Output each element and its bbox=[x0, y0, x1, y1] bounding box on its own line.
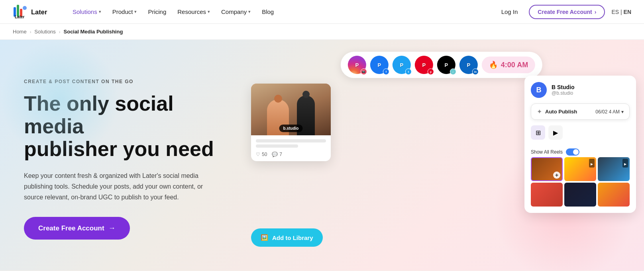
heart-icon: ♡ bbox=[256, 152, 260, 157]
hero-left: CREATE & POST CONTENT ON THE GO The only… bbox=[0, 40, 239, 271]
add-library-label: Add to Library bbox=[272, 234, 313, 241]
breadcrumb-current: Social Media Publishing bbox=[64, 29, 123, 35]
breadcrumb: Home › Solutions › Social Media Publishi… bbox=[0, 24, 644, 40]
nav-blog[interactable]: Blog bbox=[257, 5, 279, 18]
auto-publish-badge[interactable]: ✦ Auto Publish 06/02 4 AM ▾ bbox=[531, 103, 630, 120]
nav-pricing-label: Pricing bbox=[148, 8, 166, 15]
video-icon: ▶ bbox=[624, 162, 626, 166]
create-account-button-hero[interactable]: Create Free Account → bbox=[24, 217, 130, 240]
nav-right: Log In Create Free Account › ES | EN bbox=[497, 5, 631, 19]
time-pill: 🔥 4:00 AM bbox=[482, 57, 535, 73]
post-card-body: ♡ 50 💬 7 bbox=[251, 135, 331, 161]
post-line-1 bbox=[256, 139, 326, 142]
nav-resources[interactable]: Resources ▾ bbox=[173, 5, 215, 18]
add-icon: + bbox=[553, 172, 560, 179]
lang-es[interactable]: ES bbox=[611, 9, 619, 15]
cta-hero-label: Create Free Account bbox=[38, 224, 104, 232]
arrow-right-icon: → bbox=[108, 224, 116, 232]
breadcrumb-home[interactable]: Home bbox=[13, 29, 27, 35]
create-account-button-nav[interactable]: Create Free Account › bbox=[529, 5, 605, 19]
twitter-badge: t bbox=[405, 68, 412, 75]
chevron-down-icon: ▾ bbox=[99, 9, 101, 14]
grid-thumb-2[interactable]: ▶ bbox=[564, 157, 596, 181]
hero-right: P 📷 P f P t P p P ♪ P in bbox=[239, 40, 644, 271]
show-reels-label: Show All Reels bbox=[531, 149, 563, 155]
svg-text:Later: Later bbox=[31, 8, 47, 16]
facebook-badge: f bbox=[383, 68, 389, 75]
logo[interactable]: Later Later bbox=[13, 4, 55, 20]
hero-description: Keep your content fresh & organized with… bbox=[24, 170, 215, 203]
publish-date: 06/02 4 AM ▾ bbox=[595, 109, 624, 115]
hero-title-line1: The only social media bbox=[24, 92, 174, 138]
grid-thumb-6[interactable] bbox=[598, 183, 630, 207]
nav-blog-label: Blog bbox=[262, 8, 274, 15]
grid-thumb-4[interactable] bbox=[531, 183, 563, 207]
show-reels-toggle[interactable] bbox=[566, 148, 579, 156]
media-grid: + ▶ ▶ bbox=[531, 157, 630, 207]
scheduled-time: 4:00 AM bbox=[501, 61, 528, 69]
social-icon-tiktok[interactable]: P ♪ bbox=[437, 56, 456, 74]
login-button[interactable]: Log In bbox=[497, 5, 523, 18]
grid-thumb-5[interactable] bbox=[564, 183, 596, 207]
arrow-right-icon: › bbox=[595, 9, 597, 15]
comments-count: 7 bbox=[279, 152, 282, 157]
video-view-tab[interactable]: ▶ bbox=[548, 125, 563, 140]
likes-stat: ♡ 50 bbox=[256, 152, 267, 157]
chevron-down-icon: ▾ bbox=[248, 9, 251, 14]
hero-title: The only social media publisher you need bbox=[24, 92, 215, 161]
nav-product[interactable]: Product ▾ bbox=[108, 5, 142, 18]
nav-solutions-label: Solutions bbox=[73, 8, 97, 15]
nav-company-label: Company bbox=[221, 8, 247, 15]
publish-date-value: 06/02 4 AM bbox=[595, 109, 620, 115]
svg-text:Later: Later bbox=[15, 15, 25, 19]
lang-en[interactable]: EN bbox=[624, 9, 631, 15]
hero-title-line2: publisher you need bbox=[24, 137, 214, 160]
video-icon: ▶ bbox=[591, 162, 593, 166]
post-label: b.studio bbox=[279, 125, 303, 132]
chevron-down-icon: ▾ bbox=[208, 9, 210, 14]
social-icon-twitter[interactable]: P t bbox=[393, 56, 411, 74]
language-switcher: ES | EN bbox=[611, 9, 631, 15]
show-reels-row: Show All Reels bbox=[531, 145, 630, 157]
add-to-library-button[interactable]: 🖼️ Add to Library bbox=[251, 228, 323, 247]
auto-publish-label: Auto Publish bbox=[545, 109, 577, 115]
nav-resources-label: Resources bbox=[177, 8, 206, 15]
social-icon-facebook[interactable]: P f bbox=[370, 56, 389, 74]
tiktok-badge: ♪ bbox=[450, 68, 456, 75]
library-icon: 🖼️ bbox=[261, 234, 268, 241]
grid-thumb-1[interactable]: + bbox=[531, 157, 563, 181]
navbar: Later Later Solutions ▾ Product ▾ Pricin… bbox=[0, 0, 644, 24]
pinterest-badge: p bbox=[428, 68, 434, 75]
publisher-handle: @b.studio bbox=[552, 90, 575, 96]
social-icon-linkedin[interactable]: P in bbox=[459, 56, 478, 74]
instagram-badge: 📷 bbox=[361, 68, 367, 75]
chevron-down-icon: ▾ bbox=[134, 9, 137, 14]
comment-icon: 💬 bbox=[272, 152, 278, 157]
breadcrumb-solutions[interactable]: Solutions bbox=[34, 29, 55, 35]
cta-nav-label: Create Free Account bbox=[538, 9, 592, 15]
sparkle-icon: ✦ bbox=[537, 108, 542, 115]
view-tabs: ⊞ ▶ bbox=[531, 125, 630, 140]
nav-pricing[interactable]: Pricing bbox=[143, 5, 171, 18]
nav-company[interactable]: Company ▾ bbox=[216, 5, 255, 18]
grid-thumb-3[interactable]: ▶ bbox=[598, 157, 630, 181]
publish-header: B B Studio @b.studio bbox=[531, 82, 630, 98]
nav-solutions[interactable]: Solutions ▾ bbox=[68, 5, 106, 18]
breadcrumb-sep-2: › bbox=[59, 29, 61, 34]
linkedin-badge: in bbox=[472, 68, 479, 75]
hero-section: CREATE & POST CONTENT ON THE GO The only… bbox=[0, 40, 644, 271]
lang-separator: | bbox=[620, 9, 622, 15]
social-icon-pinterest[interactable]: P p bbox=[415, 56, 433, 74]
post-card: b.studio ♡ 50 💬 7 bbox=[251, 84, 331, 161]
likes-count: 50 bbox=[262, 152, 267, 157]
avatar: B bbox=[531, 82, 547, 98]
grid-view-tab[interactable]: ⊞ bbox=[531, 125, 545, 140]
post-card-text-lines bbox=[256, 139, 326, 148]
social-icon-instagram[interactable]: P 📷 bbox=[348, 56, 366, 74]
publish-user-info: B Studio @b.studio bbox=[552, 84, 575, 96]
post-line-2 bbox=[256, 144, 298, 148]
social-icons-row: P 📷 P f P t P p P ♪ P in bbox=[341, 52, 542, 78]
chevron-down-icon: ▾ bbox=[621, 109, 624, 115]
svg-point-3 bbox=[23, 6, 27, 10]
publisher-name: B Studio bbox=[552, 84, 575, 90]
